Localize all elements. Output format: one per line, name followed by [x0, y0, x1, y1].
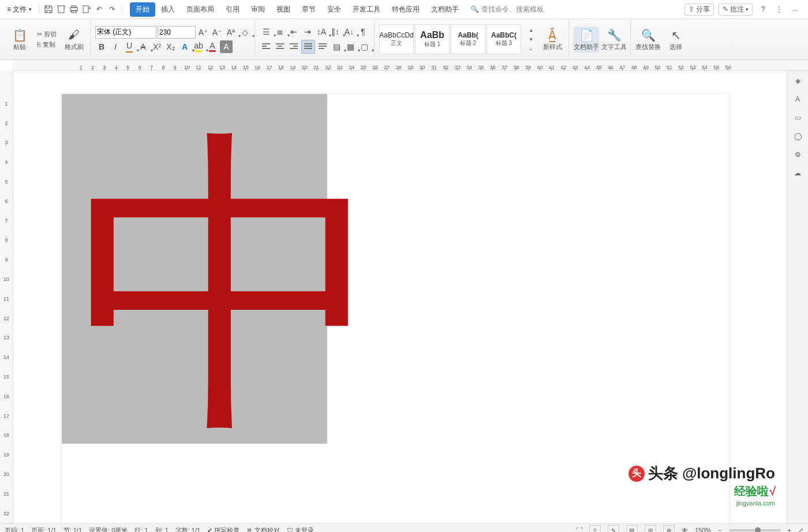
print-icon[interactable]	[68, 3, 80, 15]
document-canvas[interactable]: 中 头 头条 @longlingRo 经验啦√ jingyanla.com	[13, 71, 787, 523]
styles-scroll-up-icon[interactable]: ▴	[525, 25, 537, 35]
underline-icon[interactable]: U	[123, 40, 136, 53]
sidebar-shape-icon[interactable]: ◯	[791, 130, 804, 143]
view-outline-icon[interactable]: ⊞	[645, 525, 656, 532]
font-color-icon[interactable]: A	[206, 40, 219, 53]
collapse-ribbon-icon[interactable]: ︿	[790, 3, 801, 15]
style-heading1[interactable]: AaBb标题 1	[415, 24, 450, 54]
decrease-indent-icon[interactable]: ⇤	[287, 25, 300, 38]
border-icon[interactable]: ▢	[358, 40, 371, 53]
italic-icon[interactable]: I	[109, 40, 122, 53]
document-page[interactable]: 中	[62, 94, 729, 523]
annotate-button[interactable]: ✎ 批注 ▾	[719, 3, 753, 16]
font-size-input[interactable]	[158, 26, 196, 39]
status-setvalue[interactable]: 设置值: 0厘米	[89, 526, 128, 533]
spellcheck-button[interactable]: ✔拼写检查	[207, 526, 240, 533]
text-tools-button[interactable]: 🔧 文字工具	[601, 27, 627, 53]
menu-tab-view[interactable]: 视图	[271, 2, 296, 17]
bold-icon[interactable]: B	[95, 40, 108, 53]
shading-icon[interactable]: ▦	[344, 40, 357, 53]
character-shading-icon[interactable]: A	[220, 40, 233, 53]
font-name-input[interactable]	[95, 26, 156, 39]
align-right-icon[interactable]	[287, 40, 300, 53]
eye-protect-icon[interactable]: 👁	[682, 527, 688, 532]
format-painter-button[interactable]: 🖌 格式刷	[61, 27, 87, 53]
zoom-slider-thumb[interactable]	[755, 527, 761, 532]
view-web-icon[interactable]: ⊕	[663, 525, 675, 532]
vertical-ruler[interactable]: 1234567891011121314151617181920212223	[0, 71, 13, 523]
style-heading2[interactable]: AaBb(标题 2	[451, 24, 485, 54]
paragraph-layout-icon[interactable]: ▤	[330, 40, 343, 53]
menu-tab-chapter[interactable]: 章节	[296, 2, 321, 17]
sidebar-cloud-icon[interactable]: ☁	[791, 167, 804, 179]
show-marks-icon[interactable]: ¶	[357, 25, 369, 38]
align-justify-icon[interactable]	[301, 40, 315, 54]
sort-icon[interactable]: A↓	[343, 25, 356, 38]
styles-expand-icon[interactable]: ⌄	[525, 44, 537, 53]
fit-page-icon[interactable]: ⤢	[798, 527, 803, 533]
menu-tab-security[interactable]: 安全	[321, 2, 347, 17]
menu-tab-layout[interactable]: 页面布局	[181, 2, 220, 17]
increase-indent-icon[interactable]: ⇥	[301, 25, 314, 38]
horizontal-ruler[interactable]: 1234567891011121314151617181920212223242…	[13, 60, 808, 71]
change-case-icon[interactable]: Aª	[225, 26, 237, 39]
sidebar-settings-icon[interactable]: ⚙	[791, 148, 804, 161]
select-button[interactable]: ↖ 选择	[663, 27, 689, 53]
document-text[interactable]: 中	[73, 129, 391, 446]
strikethrough-icon[interactable]: A	[137, 40, 149, 53]
style-heading3[interactable]: AaBbC(标题 3	[487, 24, 521, 54]
menu-tab-dochelper[interactable]: 文档助手	[425, 2, 465, 17]
status-row[interactable]: 行: 1	[134, 526, 148, 533]
menu-tab-review[interactable]: 审阅	[245, 2, 271, 17]
zoom-slider[interactable]	[729, 529, 781, 531]
line-spacing-icon[interactable]: ‖↕	[329, 25, 342, 38]
login-status[interactable]: 🛡未登录	[287, 526, 314, 533]
zoom-in-button[interactable]: +	[788, 527, 791, 532]
align-distribute-icon[interactable]	[316, 40, 329, 53]
menu-tab-special[interactable]: 特色应用	[386, 2, 425, 17]
clear-format-icon[interactable]: ◇	[238, 26, 251, 39]
doccheck-button[interactable]: 🗎文档校对	[246, 526, 280, 533]
sidebar-style-icon[interactable]: A	[791, 93, 804, 106]
decrease-font-icon[interactable]: A⁻	[211, 26, 223, 39]
doc-helper-button[interactable]: 📄 文档助手	[574, 27, 599, 53]
export-icon[interactable]	[81, 3, 92, 15]
menu-tab-insert[interactable]: 插入	[155, 2, 181, 17]
align-left-icon[interactable]	[260, 40, 272, 53]
zoom-out-button[interactable]: −	[718, 527, 721, 532]
increase-font-icon[interactable]: A⁺	[197, 26, 210, 39]
number-list-icon[interactable]: ≣	[274, 25, 286, 38]
paste-button[interactable]: 📋 粘贴	[7, 27, 32, 53]
more-icon[interactable]: ⋮	[773, 3, 785, 15]
status-col[interactable]: 列: 1	[155, 526, 169, 533]
status-page-number[interactable]: 页码: 1	[5, 526, 24, 533]
find-replace-button[interactable]: 🔍 查找替换	[635, 27, 661, 53]
redo-icon[interactable]: ↷	[106, 3, 118, 15]
sidebar-selection-icon[interactable]: ▭	[791, 111, 804, 124]
copy-button[interactable]: ⎘复制	[35, 40, 59, 50]
text-effects-icon[interactable]: A	[178, 40, 191, 53]
command-search[interactable]: 🔍 查找命令、搜索模板	[470, 5, 544, 14]
menu-tab-reference[interactable]: 引用	[220, 2, 245, 17]
status-page[interactable]: 页面: 1/1	[31, 526, 56, 533]
cut-button[interactable]: ✂剪切	[35, 29, 59, 39]
style-normal[interactable]: AaBbCcDd正文	[379, 24, 414, 54]
styles-scroll-down-icon[interactable]: ▾	[525, 35, 537, 44]
highlight-icon[interactable]: ab	[192, 40, 205, 53]
status-section[interactable]: 节: 1/1	[63, 526, 82, 533]
view-read-icon[interactable]: ▯	[589, 525, 601, 532]
subscript-icon[interactable]: X₂	[164, 40, 177, 53]
text-direction-icon[interactable]: ↕A	[315, 25, 328, 38]
menu-tab-devtools[interactable]: 开发工具	[347, 2, 386, 17]
zoom-value[interactable]: 150%	[695, 527, 711, 532]
menu-tab-start[interactable]: 开始	[130, 2, 155, 17]
fullscreen-icon[interactable]: ⛶	[576, 527, 582, 532]
undo-icon[interactable]: ↶	[93, 3, 105, 15]
new-style-button[interactable]: A̲͋ 新样式	[540, 27, 565, 53]
print-preview-icon[interactable]	[55, 3, 67, 15]
bullet-list-icon[interactable]: ☰	[260, 25, 272, 38]
view-edit-icon[interactable]: ✎	[608, 525, 619, 532]
align-center-icon[interactable]	[274, 40, 286, 53]
save-icon[interactable]	[43, 3, 54, 15]
superscript-icon[interactable]: X²	[151, 40, 163, 53]
